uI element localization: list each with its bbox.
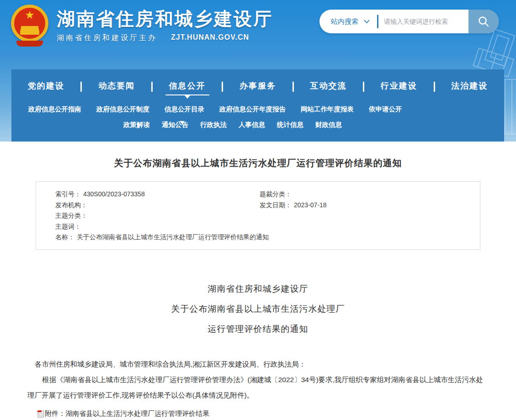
site-sponsor: 湖南省住房和建设厅主办 xyxy=(57,33,157,43)
meta-empty-cell xyxy=(260,210,466,221)
nav-item-information-disclosure[interactable]: 信息公开 xyxy=(168,79,207,95)
body-paragraph: 根据《湖南省县以上城市生活污水处理厂运行管理评价管理办法》(湘建城〔2022〕3… xyxy=(27,372,484,403)
document-heading-line: 运行管理评价结果的通知 xyxy=(0,319,516,339)
subnav-item-disclosure-on-request[interactable]: 依申请公开 xyxy=(369,105,402,114)
search-scope-label: 站内搜索 xyxy=(331,17,358,26)
active-tab-caret-icon xyxy=(185,95,190,99)
search-button[interactable] xyxy=(468,10,499,33)
meta-topic-category: 主题分类： xyxy=(55,210,260,221)
gate-icon xyxy=(21,28,39,31)
site-domain: ZJT.HUNAN.GOV.CN xyxy=(171,33,249,43)
main-navigation: 党的建设 动态要闻 信息公开 办事服务 互动交流 行业建设 法治建设 政府信息公… xyxy=(11,69,504,142)
attachment-label: 附件： xyxy=(45,410,65,418)
article-main: 关于公布湖南省县以上城市生活污水处理厂运行管理评价结果的通知 索引号：430S0… xyxy=(0,157,516,418)
nav-item-services[interactable]: 办事服务 xyxy=(239,79,277,95)
nav-item-industry[interactable]: 行业建设 xyxy=(380,79,418,95)
meta-index-number: 索引号：430S00/2023-073358 xyxy=(55,189,260,200)
subnav-item-annual-report[interactable]: 政府信息公开年度报告 xyxy=(219,105,286,114)
search-bar: 站内搜索 xyxy=(319,10,499,33)
site-subtitle: 湖南省住房和建设厅主办 ZJT.HUNAN.GOV.CN xyxy=(57,33,273,43)
site-banner: ★ 湖南省住房和城乡建设厅 湖南省住房和建设厅主办 ZJT.HUNAN.GOV.… xyxy=(0,0,516,142)
subnav-item-disclosure-guide[interactable]: 政府信息公开指南 xyxy=(28,105,81,114)
subnav-item-disclosure-catalog[interactable]: 信息公开目录 xyxy=(165,105,204,114)
site-brand[interactable]: 湖南省住房和城乡建设厅 湖南省住房和建设厅主办 ZJT.HUNAN.GOV.CN xyxy=(57,4,273,47)
subnav-item-policy-interpretation[interactable]: 政策解读 xyxy=(123,121,150,129)
nav-item-news[interactable]: 动态要闻 xyxy=(97,79,136,95)
national-emblem-logo: ★ xyxy=(10,4,49,47)
nav-item-party-building[interactable]: 党的建设 xyxy=(27,79,65,95)
nav-item-rule-of-law[interactable]: 法治建设 xyxy=(450,79,489,95)
meta-issue-date: 发文日期：2023-07-18 xyxy=(260,200,466,211)
meta-issuing-agency: 发布机构： xyxy=(55,200,260,211)
attachment-row: 附件： 湖南省县以上生活污水处理厂运行管理评价结果 xyxy=(37,410,516,418)
subnav-row-1: 政府信息公开指南 政府信息公开制度 信息公开目录 政府信息公开年度报告 网站工作… xyxy=(11,98,504,114)
meta-document-name: 名称：关于公布湖南省县以上城市生活污水处理厂运行管理评价结果的通知 xyxy=(55,232,466,243)
subnav-item-finance[interactable]: 财政信息 xyxy=(315,121,342,129)
star-icon: ★ xyxy=(25,9,35,21)
meta-keywords: 主题词： xyxy=(55,221,260,232)
subnav-item-law-enforcement[interactable]: 行政执法 xyxy=(200,121,227,129)
site-header: ★ 湖南省住房和城乡建设厅 湖南省住房和建设厅主办 ZJT.HUNAN.GOV.… xyxy=(10,4,273,47)
site-title: 湖南省住房和城乡建设厅 xyxy=(57,7,273,30)
subnav-row-2: 政策解读 通知公告 行政执法 人事信息 统计信息 财政信息 xyxy=(11,114,504,129)
emblem-circle: ★ xyxy=(11,5,48,42)
document-meta-grid: 索引号：430S00/2023-073358 题裁分类： 发布机构： 发文日期：… xyxy=(55,189,466,243)
subnav-caret-icon xyxy=(179,121,185,124)
main-nav-row: 党的建设 动态要闻 信息公开 办事服务 互动交流 行业建设 法治建设 xyxy=(11,69,504,98)
search-icon xyxy=(478,16,489,27)
meta-genre-category: 题裁分类： xyxy=(260,189,466,200)
subnav-item-website-report[interactable]: 网站工作年度报表 xyxy=(301,105,354,114)
document-body: 各市州住房和城乡建设局、城市管理和综合执法局,湘江新区开发建设局、行政执法局： … xyxy=(27,357,484,403)
subnav-item-disclosure-system[interactable]: 政府信息公开制度 xyxy=(96,105,149,114)
page-title: 关于公布湖南省县以上城市生活污水处理厂运行管理评价结果的通知 xyxy=(0,157,516,169)
document-heading-line: 关于公布湖南省县以上城市生活污水处理厂 xyxy=(0,299,516,319)
pdf-file-icon xyxy=(37,410,44,418)
search-scope-dropdown[interactable]: 站内搜索 xyxy=(319,17,377,26)
nav-item-interaction[interactable]: 互动交流 xyxy=(309,79,347,95)
document-meta-box: 索引号：430S00/2023-073358 题裁分类： 发布机构： 发文日期：… xyxy=(36,181,480,250)
meta-empty-cell xyxy=(260,221,466,232)
document-heading-line: 湖南省住房和城乡建设厅 xyxy=(0,279,516,299)
emblem-ribbon xyxy=(16,41,43,47)
document-heading-block: 湖南省住房和城乡建设厅 关于公布湖南省县以上城市生活污水处理厂 运行管理评价结果… xyxy=(0,279,516,339)
salutation-paragraph: 各市州住房和城乡建设局、城市管理和综合执法局,湘江新区开发建设局、行政执法局： xyxy=(27,357,484,372)
chevron-down-icon xyxy=(364,20,370,23)
attachment-link[interactable]: 湖南省县以上生活污水处理厂运行管理评价结果 xyxy=(65,410,209,418)
search-input[interactable] xyxy=(378,18,468,25)
subnav-item-statistics[interactable]: 统计信息 xyxy=(277,121,303,129)
subnav-item-personnel[interactable]: 人事信息 xyxy=(239,121,265,129)
